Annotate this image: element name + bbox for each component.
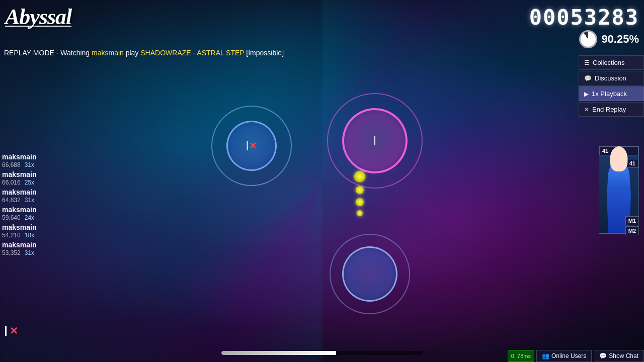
- score-entry: maksmain 64,832 31x: [2, 188, 36, 204]
- progress-marker: [328, 351, 336, 355]
- score-value: 54,210: [2, 232, 21, 239]
- cursor-indicator: ✕: [247, 140, 257, 151]
- online-users-icon: 👥: [542, 352, 549, 359]
- discussion-label: Discussion: [595, 74, 626, 82]
- scoreboard: maksmain 66,688 31x maksmain 66,016 25x …: [0, 151, 38, 258]
- bottom-right: 0, 78ms 👥 Online Users 💬 Show Chat: [508, 350, 644, 362]
- show-chat-button[interactable]: 💬 Show Chat: [594, 350, 644, 362]
- score-value: 59,640: [2, 214, 21, 221]
- replay-prefix: REPLAY MODE - Watching: [4, 49, 92, 57]
- latency-badge: 0, 78ms: [508, 350, 534, 362]
- key-bar: [5, 326, 7, 336]
- replay-middle: play: [124, 49, 140, 57]
- hit-circle-3: [342, 246, 397, 302]
- combo-value: 25x: [25, 179, 34, 186]
- score-value: 66,016: [2, 179, 21, 186]
- right-panel: ☰ Collections 💬 Discussion ▶ 1x Playback…: [579, 55, 644, 117]
- score-entry: maksmain 59,640 24x: [2, 206, 36, 221]
- score-entry: maksmain 66,016 25x: [2, 170, 36, 186]
- score-details: 66,688 31x: [2, 161, 36, 168]
- player-name: maksmain: [2, 188, 36, 196]
- player-name: maksmain: [2, 223, 36, 231]
- character-portrait: 41 41 M1 M2: [599, 146, 639, 241]
- score-details: 53,352 31x: [2, 249, 36, 256]
- progress-bar-container[interactable]: [221, 351, 423, 355]
- slider-dot-4: [357, 210, 363, 216]
- show-chat-label: Show Chat: [609, 352, 638, 359]
- cursor-bar-2: [374, 136, 375, 145]
- online-users-button[interactable]: 👥 Online Users: [536, 350, 592, 362]
- progress-bar-fill: [221, 351, 332, 355]
- hit-circle-1: ✕: [226, 121, 277, 171]
- portrait-badge-top: 41: [599, 146, 638, 155]
- m2-badge: M2: [625, 226, 639, 235]
- cursor-x-mark: ✕: [249, 140, 257, 151]
- key-x: ✕: [10, 325, 18, 337]
- slider-dot-2: [356, 186, 364, 194]
- collections-button[interactable]: ☰ Collections: [579, 55, 644, 70]
- player-name: maksmain: [2, 153, 36, 161]
- score-value: 66,688: [2, 161, 21, 168]
- combo-value: 31x: [25, 197, 34, 204]
- combo-value: 31x: [25, 161, 34, 168]
- combo-value: 24x: [25, 214, 34, 221]
- replay-difficulty: [Impossible]: [246, 49, 284, 57]
- chat-icon: 💬: [599, 352, 607, 359]
- logo-text: Abyssal: [5, 4, 71, 30]
- combo-value: 18x: [25, 232, 34, 239]
- player-name: maksmain: [2, 206, 36, 214]
- end-replay-label: End Replay: [592, 106, 626, 113]
- score-details: 59,640 24x: [2, 214, 36, 221]
- playback-button[interactable]: ▶ 1x Playback: [579, 86, 644, 101]
- score-entry: maksmain 53,352 31x: [2, 241, 36, 256]
- score-details: 54,210 18x: [2, 232, 36, 239]
- collections-icon: ☰: [584, 59, 590, 66]
- slider-dots: [354, 171, 365, 216]
- slider-dot-1: [354, 171, 365, 182]
- replay-player: maksmain: [92, 49, 124, 57]
- discussion-button[interactable]: 💬 Discussion: [579, 71, 644, 85]
- discussion-icon: 💬: [584, 75, 592, 82]
- accuracy-area: 90.25%: [579, 30, 639, 48]
- slider-dot-3: [356, 198, 364, 206]
- key-indicator: ✕: [5, 325, 18, 337]
- portrait-badge-right: 41: [626, 159, 638, 168]
- accuracy-circle: [579, 30, 597, 48]
- hit-circle-2: [342, 108, 408, 173]
- replay-song: SHADOWRAZE - ASTRAL STEP: [140, 49, 244, 57]
- score-value: 53,352: [2, 249, 21, 256]
- score-display: 00053283: [529, 5, 639, 30]
- replay-banner: REPLAY MODE - Watching maksmain play SHA…: [0, 48, 644, 58]
- m1-badge: M1: [625, 216, 639, 225]
- player-name: maksmain: [2, 241, 36, 249]
- combo-value: 31x: [25, 249, 34, 256]
- score-details: 64,832 31x: [2, 197, 36, 204]
- cursor-bar: [247, 141, 248, 150]
- score-value: 64,832: [2, 197, 21, 204]
- end-replay-button[interactable]: ✕ End Replay: [579, 102, 644, 117]
- score-details: 66,016 25x: [2, 179, 36, 186]
- online-users-label: Online Users: [551, 352, 586, 359]
- end-replay-icon: ✕: [584, 106, 589, 113]
- score-entry: maksmain 66,688 31x: [2, 153, 36, 168]
- logo: Abyssal: [5, 4, 71, 27]
- playback-icon: ▶: [584, 90, 589, 98]
- accuracy-text: 90.25%: [601, 33, 639, 46]
- score-entry: maksmain 54,210 18x: [2, 223, 36, 239]
- cursor-indicator-2: [374, 136, 375, 145]
- playback-label: 1x Playback: [592, 90, 627, 98]
- player-name: maksmain: [2, 170, 36, 178]
- collections-label: Collections: [593, 59, 625, 66]
